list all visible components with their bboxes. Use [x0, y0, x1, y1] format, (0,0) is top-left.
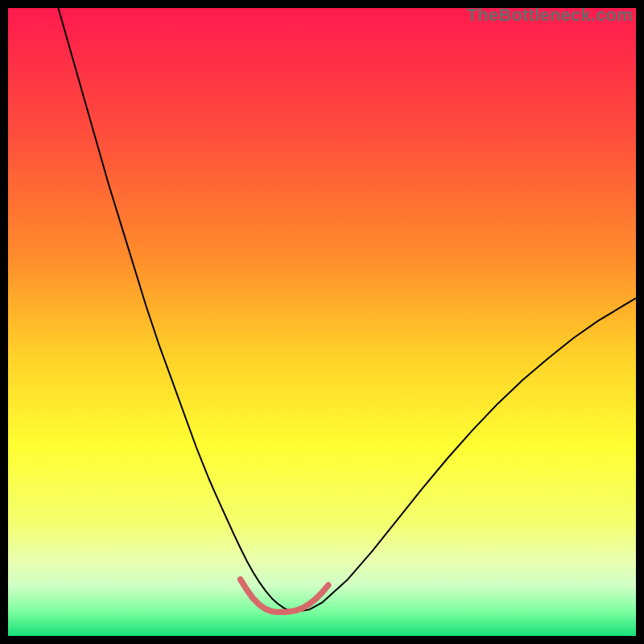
chart-svg	[8, 8, 636, 636]
plot-area	[8, 8, 636, 636]
chart-background	[8, 8, 636, 636]
watermark-text: TheBottleneck.com	[467, 5, 633, 26]
chart-stage: TheBottleneck.com	[0, 0, 644, 644]
